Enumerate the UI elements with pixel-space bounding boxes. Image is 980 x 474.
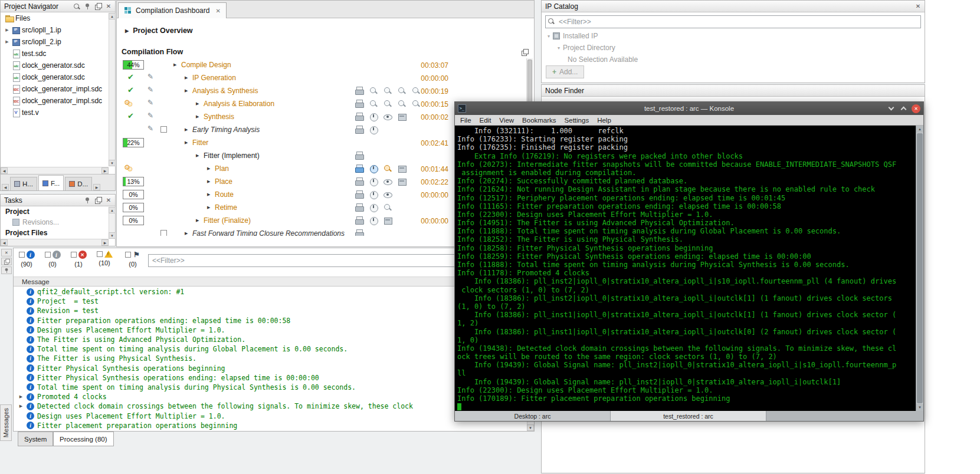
navigator-tab[interactable]: D...	[65, 177, 92, 190]
clock-icon[interactable]	[369, 125, 378, 134]
task-item[interactable]: Project	[1, 206, 115, 217]
tree-vscrollbar[interactable]	[109, 13, 115, 166]
expand-icon[interactable]	[207, 205, 210, 210]
close-icon[interactable]	[913, 2, 923, 11]
printer-icon[interactable]	[355, 125, 364, 134]
eye-icon[interactable]	[383, 177, 392, 186]
printer-icon[interactable]	[355, 203, 364, 212]
menu-edit[interactable]: Edit	[476, 117, 496, 124]
clock-icon[interactable]	[369, 203, 378, 212]
terminal-output[interactable]: Info (332111): 1.000 refclkInfo (176233)…	[455, 126, 916, 411]
expand-icon[interactable]	[4, 28, 10, 32]
message-row[interactable]: Revision = test	[14, 306, 526, 315]
expand-icon[interactable]	[4, 40, 10, 44]
task-item[interactable]: Revisions...	[1, 217, 115, 228]
clock-icon[interactable]	[369, 216, 378, 225]
konsole-session-tab[interactable]: Desktop : arc	[455, 411, 611, 421]
scroll-up-icon[interactable]	[109, 207, 116, 213]
pin-icon[interactable]	[83, 2, 92, 11]
scroll-down-icon[interactable]	[527, 424, 534, 431]
edit-icon[interactable]	[148, 111, 153, 120]
flag-icon[interactable]	[133, 251, 141, 259]
message-row[interactable]: Total time spent on timing analysis duri…	[14, 344, 526, 354]
flag-checkbox[interactable]	[125, 252, 131, 258]
edit-icon[interactable]	[148, 85, 153, 94]
archive-icon[interactable]	[397, 177, 407, 186]
expand-icon[interactable]	[196, 153, 199, 158]
menu-view[interactable]: View	[495, 117, 518, 124]
file-tree-item[interactable]: clock_generator.sdc	[1, 71, 115, 83]
expand-icon[interactable]	[185, 88, 188, 93]
file-tree-item[interactable]: test.v	[1, 107, 115, 119]
message-row[interactable]: Total time spent on timing analysis duri…	[14, 383, 526, 392]
edit-icon[interactable]	[148, 124, 153, 133]
printer-icon[interactable]	[355, 112, 364, 121]
expand-icon[interactable]	[185, 127, 188, 132]
expand-icon[interactable]	[196, 218, 199, 223]
ip-tree-item[interactable]: No Selection Available	[542, 54, 925, 65]
printer-icon[interactable]	[355, 216, 364, 225]
file-tree-root[interactable]: Files	[1, 12, 115, 24]
pin-icon[interactable]	[83, 196, 92, 205]
ip-tree-item[interactable]: Project Directory	[542, 42, 925, 54]
messages-tab[interactable]: System	[18, 432, 53, 446]
scroll-thumb[interactable]	[917, 133, 923, 403]
error-icon[interactable]	[78, 251, 87, 259]
float-icon[interactable]	[93, 196, 103, 205]
clock-icon[interactable]	[369, 177, 378, 186]
ip-filter-input[interactable]	[545, 15, 921, 28]
expand-icon[interactable]	[207, 166, 210, 171]
ip-tree-item[interactable]: Installed IP	[542, 30, 925, 42]
zoom-icon[interactable]	[383, 86, 392, 96]
compilation-dashboard-tab[interactable]: Compilation Dashboard	[118, 2, 227, 18]
scroll-down-icon[interactable]	[916, 404, 923, 411]
close-icon[interactable]	[912, 104, 920, 113]
navigator-tab[interactable]: F...	[38, 175, 64, 190]
zoom-icon[interactable]	[383, 164, 392, 173]
file-tree-item[interactable]: clock_generator_impl.sdc	[1, 95, 115, 107]
file-tree-item[interactable]: clock_generator_impl.sdc	[1, 83, 115, 95]
expand-icon[interactable]	[125, 28, 129, 34]
file-tree-item[interactable]: src/iopll_2.ip	[1, 36, 115, 48]
expand-icon[interactable]	[185, 75, 188, 80]
messages-tab[interactable]: Processing (80)	[53, 432, 114, 446]
expand-icon[interactable]	[185, 140, 188, 145]
enable-checkbox[interactable]	[160, 230, 167, 236]
konsole-session-tab[interactable]: test_restored : arc	[611, 411, 766, 421]
shade-icon[interactable]	[887, 104, 895, 113]
close-icon[interactable]	[104, 2, 113, 11]
message-row[interactable]: Promoted 4 clocks	[14, 392, 526, 401]
expand-icon[interactable]	[548, 34, 550, 39]
zoom-icon[interactable]	[369, 86, 378, 96]
archive-icon[interactable]	[397, 164, 407, 173]
scroll-right-icon[interactable]	[101, 239, 109, 246]
flow-row[interactable]: 44%Compile Design00:03:07	[117, 58, 525, 71]
menu-settings[interactable]: Settings	[561, 117, 594, 124]
archive-icon[interactable]	[383, 216, 392, 225]
printer-icon[interactable]	[355, 99, 364, 108]
zoom-icon[interactable]	[383, 203, 392, 212]
add-ip-button[interactable]: + Add...	[546, 65, 584, 78]
navigator-tab[interactable]: H...	[10, 177, 37, 190]
message-row[interactable]: Project = test	[14, 297, 526, 306]
message-row[interactable]: Fitter Physical Synthesis operations end…	[14, 373, 526, 383]
printer-icon[interactable]	[355, 177, 364, 186]
message-row[interactable]: Detected clock domain crossings between …	[14, 401, 526, 411]
expand-icon[interactable]	[185, 231, 188, 236]
clock-icon[interactable]	[369, 164, 378, 173]
zoom-icon[interactable]	[369, 99, 378, 108]
zoom-icon[interactable]	[397, 99, 407, 108]
enable-checkbox[interactable]	[160, 126, 167, 133]
terminal-app-icon[interactable]	[458, 104, 466, 113]
expand-icon[interactable]	[207, 192, 210, 197]
expand-icon[interactable]	[173, 62, 176, 67]
close-icon[interactable]	[215, 8, 220, 14]
zoom-icon[interactable]	[383, 99, 392, 108]
clock-icon[interactable]	[369, 112, 378, 121]
message-row[interactable]: Design uses Placement Effort Multiplier …	[14, 411, 526, 420]
scroll-up-icon[interactable]	[109, 13, 116, 19]
message-row[interactable]: qfit2_default_script.tcl version: #1	[14, 287, 526, 297]
close-icon[interactable]	[104, 196, 113, 205]
float-icon[interactable]	[1, 258, 12, 265]
messages-vertical-tab[interactable]: Messages	[0, 404, 12, 441]
